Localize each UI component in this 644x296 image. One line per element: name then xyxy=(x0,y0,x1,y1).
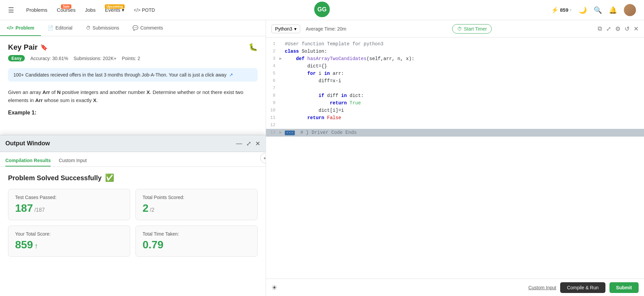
nav-potd[interactable]: </> POTD xyxy=(134,7,155,13)
test-cases-card: Test Cases Passed: 187 /187 xyxy=(8,189,130,220)
site-logo[interactable]: GG xyxy=(314,1,330,19)
tab-problem-label: Problem xyxy=(15,25,34,31)
tab-custom-input[interactable]: Custom Input xyxy=(59,155,87,166)
user-avatar[interactable] xyxy=(624,4,636,16)
code-line: 12 xyxy=(266,121,644,129)
maximize-button[interactable]: ⤢ xyxy=(246,140,251,147)
example-title: Example 1: xyxy=(8,110,258,116)
top-navigation: ☰ Problems Sale Courses Jobs Upcoming Ev… xyxy=(0,0,644,20)
solved-status-row: Problem Solved Successfully ✅ xyxy=(8,174,258,182)
bookmark-icon[interactable]: 🔖 xyxy=(40,44,48,51)
code-icon: </> xyxy=(134,7,141,13)
language-label: Python3 xyxy=(275,26,292,32)
dark-mode-icon[interactable]: 🌙 xyxy=(579,6,587,14)
code-tab-icon: </> xyxy=(7,25,13,31)
tab-submissions-label: Submissions xyxy=(93,25,119,31)
code-line: 10 dict[i]=i xyxy=(266,107,644,114)
bug-icon[interactable]: 🐛 xyxy=(249,43,258,52)
expand-icon[interactable]: ⤢ xyxy=(606,25,611,33)
code-line: 2 class Solution: xyxy=(266,48,644,55)
code-line: 8 if diff in dict: xyxy=(266,92,644,99)
code-lines: 1 #User function Template for python3 2 … xyxy=(266,38,644,139)
editor-bottom-right: Custom Input Compile & Run Submit xyxy=(528,282,639,293)
points-scored-label: Total Points Scored: xyxy=(143,195,251,200)
start-timer-button[interactable]: ⏱ Start Timer xyxy=(452,24,492,34)
close-button[interactable]: ✕ xyxy=(255,140,260,147)
problem-description: Given an array Arr of N positive integer… xyxy=(8,88,258,104)
problem-title: Key Pair 🔖 xyxy=(8,43,48,52)
tab-compilation-results[interactable]: Compilation Results xyxy=(5,155,51,166)
points-scored-value: 2 /2 xyxy=(143,202,251,214)
nav-courses-wrap: Sale Courses xyxy=(57,7,75,13)
notification-icon[interactable]: 🔔 xyxy=(609,6,617,14)
output-header: Output Window — ⤢ ✕ xyxy=(0,135,266,152)
tab-submissions[interactable]: ⏱ Submissions xyxy=(79,20,126,36)
total-score-value: 859 ↑ xyxy=(15,239,123,251)
close-editor-icon[interactable]: ✕ xyxy=(634,25,639,33)
solved-checkmark-icon: ✅ xyxy=(105,174,114,182)
language-selector[interactable]: Python3 ▾ xyxy=(271,24,300,33)
comments-tab-icon: 💬 xyxy=(132,25,138,31)
test-cases-value: 187 /187 xyxy=(15,202,123,214)
editor-icons: ⧉ ⤢ ⚙ ↺ ✕ xyxy=(598,25,639,33)
editor-bottom-bar: ☀ Custom Input Compile & Run Submit xyxy=(266,279,644,296)
solved-text: Problem Solved Successfully xyxy=(8,174,102,182)
copy-icon[interactable]: ⧉ xyxy=(598,25,602,33)
tab-editorial[interactable]: 📄 Editorial xyxy=(41,20,79,36)
custom-input-link[interactable]: Custom Input xyxy=(528,285,556,290)
output-window-title: Output Window xyxy=(5,140,50,147)
code-line: 11 return False xyxy=(266,114,644,121)
nav-right: ⚡ 859 ↑ 🌙 🔍 🔔 xyxy=(551,4,636,16)
settings-icon[interactable]: ⚙ xyxy=(615,25,621,33)
nav-jobs[interactable]: Jobs xyxy=(85,7,96,13)
nav-events-wrap: Upcoming Events ▾ xyxy=(105,7,124,13)
submissions-text: Submissions: 202K+ xyxy=(73,56,116,61)
tab-comments[interactable]: 💬 Comments xyxy=(126,20,170,36)
code-line: 4 dict={} xyxy=(266,62,644,70)
editorial-tab-icon: 📄 xyxy=(48,25,53,31)
problem-meta: Easy Accuracy: 30.61% Submissions: 202K+… xyxy=(8,55,258,61)
code-editor[interactable]: 1 #User function Template for python3 2 … xyxy=(266,38,644,279)
tab-problem[interactable]: </> Problem xyxy=(0,20,41,36)
submissions-tab-icon: ⏱ xyxy=(86,25,91,31)
lightning-icon: ⚡ xyxy=(551,6,558,14)
output-tabs: Compilation Results Custom Input xyxy=(0,152,266,167)
code-line: 3 ▶ def hasArrayTwoCandidates(self,arr, … xyxy=(266,55,644,62)
nav-problems-wrap: Problems xyxy=(26,7,47,13)
compile-run-button[interactable]: Compile & Run xyxy=(560,282,605,293)
stats-grid: Test Cases Passed: 187 /187 Total Points… xyxy=(8,189,258,257)
code-line: 9 return True xyxy=(266,99,644,107)
problem-title-row: Key Pair 🔖 🐛 xyxy=(8,43,258,52)
nav-problems[interactable]: Problems xyxy=(26,7,47,13)
test-cases-label: Test Cases Passed: xyxy=(15,195,123,200)
external-link-icon[interactable]: ↗ xyxy=(229,72,233,78)
code-line: 6 diff=x-i xyxy=(266,77,644,85)
output-body: Problem Solved Successfully ✅ Test Cases… xyxy=(0,167,266,296)
time-taken-value: 0.79 xyxy=(143,239,251,251)
average-time-label: Average Time: 20m xyxy=(306,26,346,32)
minimize-button[interactable]: — xyxy=(236,140,242,147)
right-panel: Python3 ▾ Average Time: 20m ⏱ Start Time… xyxy=(266,20,644,296)
total-score-card: Your Total Score: 859 ↑ xyxy=(8,226,130,257)
output-controls: — ⤢ ✕ xyxy=(236,140,260,147)
refresh-icon[interactable]: ↺ xyxy=(625,25,630,33)
accuracy-text: Accuracy: 30.61% xyxy=(30,56,68,61)
difficulty-badge: Easy xyxy=(8,55,25,61)
job-banner[interactable]: 100+ Candidates recieved offers in the l… xyxy=(8,68,258,82)
hamburger-icon[interactable]: ☰ xyxy=(8,6,14,14)
svg-text:GG: GG xyxy=(317,6,326,13)
code-line: 7 xyxy=(266,85,644,92)
total-score-label: Your Total Score: xyxy=(15,231,123,237)
submit-button[interactable]: Submit xyxy=(609,282,639,293)
tab-editorial-label: Editorial xyxy=(55,25,72,31)
events-upcoming-badge: Upcoming xyxy=(105,4,124,9)
problem-tabs: </> Problem 📄 Editorial ⏱ Submissions 💬 … xyxy=(0,20,266,36)
points-text: Points: 2 xyxy=(122,56,140,61)
code-line: 5 for i in arr: xyxy=(266,70,644,77)
search-icon[interactable]: 🔍 xyxy=(594,6,602,14)
time-taken-card: Total Time Taken: 0.79 xyxy=(136,226,258,257)
nav-left: ☰ Problems Sale Courses Jobs Upcoming Ev… xyxy=(8,6,155,14)
score-arrow: ↑ xyxy=(570,7,572,12)
courses-sale-badge: Sale xyxy=(61,4,71,9)
theme-toggle-button[interactable]: ☀ xyxy=(271,284,277,292)
